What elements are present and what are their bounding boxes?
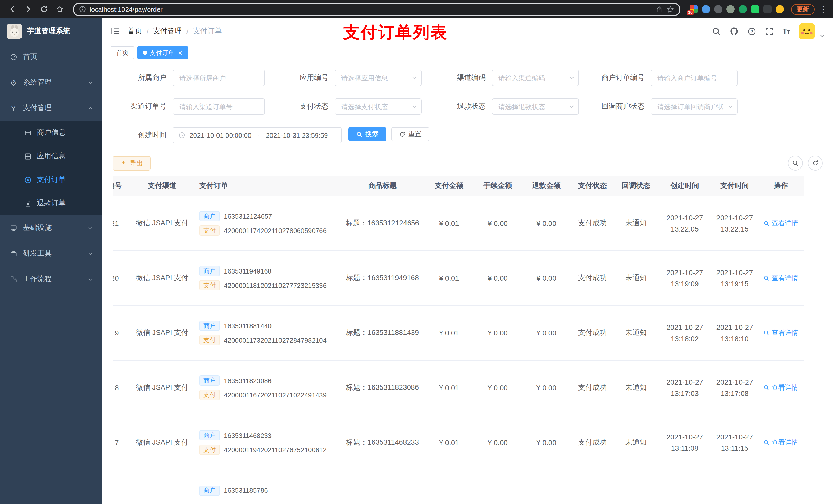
cell-refund: ¥ 0.00: [522, 438, 571, 447]
github-icon[interactable]: [730, 27, 739, 36]
title-value: 1635312124656: [367, 219, 419, 227]
view-detail-link[interactable]: 查看详情: [763, 219, 798, 228]
cell-refund: ¥ 0.00: [522, 219, 571, 227]
date-end: 2021-10-31 23:59:59: [266, 131, 328, 139]
breadcrumb-home[interactable]: 首页: [127, 27, 142, 36]
forward-icon[interactable]: [21, 2, 35, 16]
cell-notify: 未通知: [614, 219, 658, 228]
browser-update-button[interactable]: 更新: [791, 4, 814, 15]
field-label: 创建时间: [113, 130, 173, 140]
pay-tag: 支付: [199, 225, 220, 236]
reset-button[interactable]: 重置: [391, 127, 429, 141]
share-icon[interactable]: [655, 5, 663, 13]
hamburger-icon[interactable]: [111, 27, 120, 36]
view-detail-link[interactable]: 查看详情: [763, 383, 798, 392]
table-row: 18 微信 JSAPI 支付 商户 1635311823086 支付 42000…: [113, 361, 804, 415]
sidebar-item-home[interactable]: 首页: [0, 44, 102, 70]
refund-status-select[interactable]: [492, 98, 579, 115]
toggle-search-button[interactable]: [788, 156, 803, 171]
pay-time: 13:18:10: [712, 333, 758, 344]
notify-status-select[interactable]: [651, 98, 738, 115]
cell-fee: ¥ 0.00: [473, 384, 522, 392]
sidebar-item-merchant-info[interactable]: 商户信息: [0, 121, 102, 144]
back-icon[interactable]: [5, 2, 19, 16]
url-bar[interactable]: localhost:1024/pay/order: [73, 2, 680, 16]
channel-code-select[interactable]: [492, 70, 579, 86]
user-avatar[interactable]: [799, 23, 815, 40]
view-detail-link[interactable]: 查看详情: [763, 438, 798, 447]
search-icon[interactable]: [712, 27, 721, 35]
view-detail-link[interactable]: 查看详情: [763, 273, 798, 283]
extension-dark-icon[interactable]: [714, 5, 722, 13]
create-date: 2021-10-27: [658, 212, 712, 223]
filter-channel-code: 渠道编码: [422, 70, 579, 86]
cell-pay-time: 2021-10-27 13:22:15: [712, 212, 758, 235]
sidebar-item-workflow[interactable]: 工作流程: [0, 266, 102, 292]
browser-profile-avatar[interactable]: [776, 5, 784, 13]
sidebar-item-devtools[interactable]: 研发工具: [0, 241, 102, 266]
cell-channel: 微信 JSAPI 支付: [130, 273, 194, 283]
fullscreen-icon[interactable]: [765, 27, 774, 35]
extension-puzzle-icon[interactable]: [763, 5, 771, 13]
cell-action: 查看详情: [758, 383, 804, 392]
cell-create-time: 2021-10-27 13:17:03: [658, 376, 712, 399]
extension-green-icon[interactable]: [739, 5, 747, 13]
content-area: 所属商户 应用编号 渠道编码: [102, 62, 833, 504]
filter-merchant: 所属商户: [113, 70, 265, 86]
svg-text:?: ?: [751, 29, 753, 34]
create-date: 2021-10-27: [658, 431, 712, 442]
caret-down-icon[interactable]: [820, 33, 825, 39]
filter-app-no: 应用编号: [265, 70, 422, 86]
bookmark-star-icon[interactable]: [667, 5, 674, 13]
site-info-icon[interactable]: [79, 6, 86, 13]
cell-pay-time: 2021-10-27 13:17:08: [712, 376, 758, 399]
sidebar-item-payment[interactable]: ¥ 支付管理: [0, 95, 102, 121]
app-frame: 芋道管理系统 首页 ⚙ 系统管理 ¥ 支付管理: [0, 19, 833, 504]
sidebar-item-infra[interactable]: 基础设施: [0, 215, 102, 241]
table-toolbar: 导出: [113, 156, 823, 171]
browser-menu-icon[interactable]: ⋮: [819, 5, 828, 14]
close-icon[interactable]: [178, 50, 182, 55]
field-label: 所属商户: [113, 73, 173, 82]
tab-home[interactable]: 首页: [111, 46, 134, 59]
search-button[interactable]: 搜索: [348, 127, 386, 141]
sidebar-item-app-info[interactable]: 应用信息: [0, 144, 102, 168]
tab-pay-order[interactable]: 支付订单: [137, 46, 188, 59]
sidebar-item-pay-order[interactable]: 支付订单: [0, 168, 102, 192]
extension-sage-icon[interactable]: [727, 5, 735, 13]
extension-grid-icon[interactable]: 10: [690, 5, 698, 13]
cell-id: 18: [113, 384, 130, 392]
extension-square-icon[interactable]: [751, 5, 759, 13]
sidebar-item-refund-order[interactable]: 退款订单: [0, 192, 102, 215]
pay-time: 13:19:15: [712, 278, 758, 290]
sidebar-item-system[interactable]: ⚙ 系统管理: [0, 70, 102, 95]
channel-order-no-input[interactable]: [173, 98, 265, 115]
sidebar-logo[interactable]: 芋道管理系统: [0, 19, 102, 44]
pay-order-no: 4200001181202110277723215336: [224, 282, 327, 289]
pay-status-select[interactable]: [335, 98, 422, 115]
pay-time: 13:22:15: [712, 223, 758, 235]
refresh-button[interactable]: [808, 156, 823, 171]
merchant-input[interactable]: [173, 70, 265, 86]
font-size-icon[interactable]: TT: [783, 27, 790, 36]
cell-status: 支付成功: [571, 438, 614, 447]
export-button[interactable]: 导出: [113, 156, 151, 170]
view-detail-link[interactable]: 查看详情: [763, 328, 798, 338]
merchant-tag: 商户: [199, 321, 220, 331]
field-label: 商户订单编号: [579, 73, 651, 82]
order-line-placeholder: [199, 500, 340, 504]
home-icon[interactable]: [53, 2, 67, 16]
cell-pay-time: 2021-10-27 13:19:15: [712, 267, 758, 290]
extension-drop-icon[interactable]: [702, 5, 710, 13]
create-time: 13:19:09: [658, 278, 712, 290]
merchant-order-no-input[interactable]: [651, 70, 738, 86]
logo-avatar: [7, 24, 22, 39]
monitor-icon: [9, 224, 18, 232]
help-icon[interactable]: ?: [748, 27, 756, 35]
field-label: 渠道编码: [422, 73, 492, 82]
field-label: 退款状态: [422, 102, 492, 111]
date-range-picker[interactable]: 2021-10-01 00:00:00 - 2021-10-31 23:59:5…: [173, 127, 342, 143]
breadcrumb-payment[interactable]: 支付管理: [153, 27, 182, 36]
reload-icon[interactable]: [37, 2, 51, 16]
app-no-select[interactable]: [335, 70, 422, 86]
